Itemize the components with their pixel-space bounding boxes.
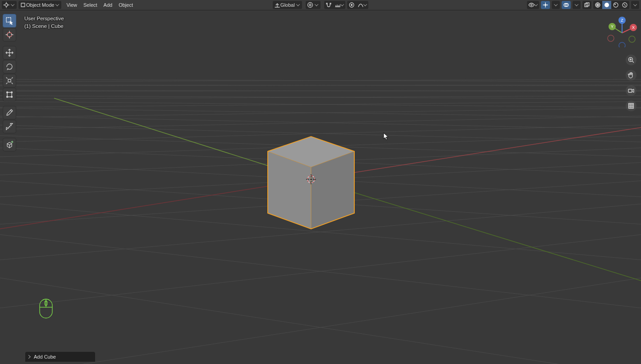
proportional-toggle[interactable] <box>347 1 356 9</box>
header-menubar: View Select Add Object <box>63 1 136 9</box>
y-axis-neg <box>311 179 641 281</box>
menu-select[interactable]: Select <box>80 1 101 9</box>
svg-point-65 <box>7 92 8 93</box>
solid-icon <box>604 2 610 8</box>
orientation-icon <box>274 2 280 8</box>
pan-button[interactable] <box>626 70 636 81</box>
shading-solid[interactable] <box>602 1 611 9</box>
tool-transform[interactable] <box>3 88 16 101</box>
proportional-group <box>347 1 368 9</box>
zoom-button[interactable] <box>626 55 636 65</box>
svg-line-43 <box>0 95 641 100</box>
svg-point-68 <box>11 96 13 98</box>
tool-measure[interactable] <box>3 120 16 133</box>
shading-options[interactable] <box>631 1 639 9</box>
chevron-down-icon <box>634 4 637 7</box>
overlay-toggle[interactable] <box>562 1 571 9</box>
rendered-icon <box>622 2 628 8</box>
overlay-options[interactable] <box>572 1 581 9</box>
svg-point-76 <box>629 36 635 42</box>
chevron-down-icon <box>535 4 538 7</box>
svg-point-2 <box>309 4 311 6</box>
last-operator-panel[interactable]: Add Cube <box>25 352 95 362</box>
snap-options[interactable] <box>333 1 345 9</box>
xray-toggle[interactable] <box>582 1 591 9</box>
chevron-down-icon <box>364 4 367 7</box>
svg-rect-83 <box>629 104 634 109</box>
svg-point-13 <box>604 3 609 7</box>
transform-orientation[interactable]: Global <box>273 1 302 9</box>
menu-object[interactable]: Object <box>115 1 136 9</box>
menu-add[interactable]: Add <box>101 1 116 9</box>
svg-line-39 <box>0 210 641 323</box>
snap-toggle[interactable] <box>324 1 333 9</box>
x-axis-neg <box>0 179 311 229</box>
tool-scale[interactable] <box>3 74 16 87</box>
visibility-group <box>527 1 539 9</box>
tool-move[interactable] <box>3 46 16 59</box>
gizmo-options[interactable] <box>552 1 560 9</box>
chevron-down-icon <box>56 4 59 7</box>
overlay-icon <box>563 2 569 8</box>
tool-add-cube[interactable] <box>3 138 16 151</box>
viewport-header: Object Mode View Select Add Object Globa… <box>0 0 641 10</box>
svg-rect-63 <box>8 79 11 82</box>
tool-annotate[interactable] <box>3 106 16 119</box>
material-icon <box>613 2 619 8</box>
tool-rotate[interactable] <box>3 60 16 73</box>
svg-line-40 <box>0 245 641 364</box>
camera-view-button[interactable] <box>626 85 636 96</box>
gizmo-icon <box>542 2 549 8</box>
chevron-down-icon <box>297 4 300 7</box>
chevron-down-icon <box>11 4 14 7</box>
operator-label: Add Cube <box>34 354 56 359</box>
svg-point-66 <box>11 92 13 93</box>
object-visibility[interactable] <box>527 1 539 9</box>
svg-point-77 <box>619 42 625 47</box>
svg-line-42 <box>0 100 641 109</box>
svg-point-67 <box>7 96 8 98</box>
svg-rect-82 <box>628 89 632 92</box>
menu-view[interactable]: View <box>63 1 80 9</box>
snap-increment-icon <box>334 2 341 8</box>
shading-rendered[interactable] <box>620 1 629 9</box>
pivot-point[interactable] <box>306 1 320 9</box>
shading-material[interactable] <box>611 1 620 9</box>
chevron-down-icon <box>315 4 318 7</box>
pivot-icon <box>307 2 313 8</box>
header-center-cluster: Global <box>273 1 368 9</box>
svg-point-59 <box>311 179 312 180</box>
chevron-down-icon <box>575 4 578 7</box>
proportional-falloff[interactable] <box>356 1 368 9</box>
magnet-icon <box>325 2 332 8</box>
proportional-icon <box>348 2 355 8</box>
gizmo-toggle[interactable] <box>541 1 550 9</box>
tool-select-box[interactable] <box>3 14 16 27</box>
tool-cursor[interactable] <box>3 28 16 41</box>
svg-point-3 <box>307 3 312 8</box>
navigation-gizmo[interactable]: X Y Z <box>606 15 638 47</box>
svg-point-0 <box>5 4 8 6</box>
left-toolbar <box>3 14 16 151</box>
perspective-toggle-button[interactable] <box>626 100 636 111</box>
svg-rect-1 <box>21 3 25 7</box>
chevron-down-icon <box>554 4 558 7</box>
falloff-icon <box>357 2 364 8</box>
eye-icon <box>528 2 535 8</box>
svg-line-32 <box>0 112 641 132</box>
orientation-label: Global <box>280 2 295 8</box>
svg-point-6 <box>531 4 532 5</box>
svg-text:X: X <box>632 25 635 30</box>
viewport-nav-controls <box>626 55 636 111</box>
svg-point-14 <box>614 3 618 7</box>
header-right-cluster <box>527 1 639 9</box>
svg-line-46 <box>0 79 641 82</box>
chevron-right-icon <box>28 355 31 359</box>
svg-point-15 <box>614 4 616 5</box>
shading-modes <box>593 1 629 9</box>
3d-viewport[interactable]: User Perspective (1) Scene | Cube <box>0 10 641 364</box>
editor-type-selector[interactable] <box>2 1 17 9</box>
mode-selector[interactable]: Object Mode <box>18 1 61 9</box>
shading-wireframe[interactable] <box>593 1 602 9</box>
svg-line-41 <box>0 105 641 119</box>
